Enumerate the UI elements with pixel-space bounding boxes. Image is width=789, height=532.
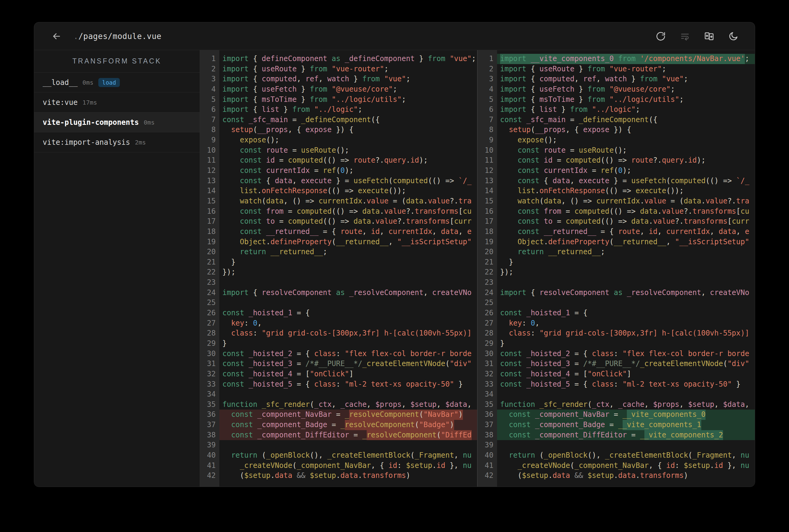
code-line-left-42: 42 ($setup.data && $setup.data.transform… <box>200 471 477 481</box>
code-text: expose(); <box>497 135 755 146</box>
inspect-window: ./pages/module.vue TRANSFORM STACK __loa… <box>34 22 755 487</box>
sidebar-item-vite-import-analysis[interactable]: vite:import-analysis2ms <box>34 132 200 152</box>
dark-mode-icon <box>728 31 738 41</box>
code-text: const _hoisted_3 = /*#__PURE__*/_createE… <box>497 359 755 369</box>
line-number: 38 <box>478 430 497 440</box>
code-text: watch(data, () => currentIdx.value = (da… <box>497 196 755 206</box>
code-text: const _hoisted_2 = { class: "flex flex-c… <box>219 349 477 359</box>
sidebar-item-vite-plugin-components[interactable]: vite-plugin-components0ms <box>34 112 200 132</box>
line-number: 13 <box>200 176 219 186</box>
sidebar-item-vite-vue[interactable]: vite:vue17ms <box>34 93 200 112</box>
code-text: watch(data, () => currentIdx.value = (da… <box>219 196 477 206</box>
code-text: return (_openBlock(), _createElementBloc… <box>219 450 477 461</box>
code-text: import { list } from "../logic"; <box>219 104 477 115</box>
line-number: 24 <box>478 288 497 298</box>
code-text: const _component_NavBar = __vite_compone… <box>497 410 755 420</box>
plugin-name: __load__ <box>43 78 78 87</box>
code-text: function _sfc_render(_ctx, _cache, $prop… <box>497 400 755 410</box>
code-line-left-16: 16 const from = computed(() => data.valu… <box>200 206 477 217</box>
code-line-right-41: 41 _createVNode(_component_NavBar, { id:… <box>478 461 755 471</box>
plugin-time: 2ms <box>135 139 146 146</box>
line-number: 23 <box>478 278 497 288</box>
code-line-right-23: 23 <box>478 278 755 288</box>
code-line-left-32: 32const _hoisted_4 = ["onClick"] <box>200 369 477 379</box>
code-line-right-17: 17 const to = computed(() => data.value?… <box>478 216 755 227</box>
split-view-icon <box>704 31 714 41</box>
plugin-name: vite-plugin-components <box>43 118 139 127</box>
code-line-right-39: 39 <box>478 440 755 450</box>
split-view-button[interactable] <box>703 31 715 42</box>
code-line-left-22: 22}); <box>200 267 477 278</box>
code-line-left-35: 35function _sfc_render(_ctx, _cache, $pr… <box>200 400 477 410</box>
code-line-left-9: 9 expose(); <box>200 135 477 146</box>
line-number: 25 <box>478 298 497 308</box>
line-number: 11 <box>478 155 497 166</box>
code-text: import { list } from "../logic"; <box>497 104 755 115</box>
code-text: import { defineComponent as _defineCompo… <box>219 54 477 64</box>
line-number: 1 <box>200 54 219 64</box>
code-line-right-6: 6import { list } from "../logic"; <box>478 104 755 115</box>
line-number: 40 <box>200 450 219 461</box>
code-text: expose(); <box>219 135 477 146</box>
line-number: 30 <box>200 349 219 359</box>
code-line-right-33: 33const _hoisted_5 = { class: "ml-2 text… <box>478 379 755 390</box>
line-number: 8 <box>200 125 219 135</box>
code-line-right-7: 7const _sfc_main = _defineComponent({ <box>478 115 755 125</box>
line-number: 15 <box>478 196 497 206</box>
main-content: TRANSFORM STACK __load__0msloadvite:vue1… <box>34 50 755 487</box>
line-number: 32 <box>478 369 497 379</box>
load-badge: load <box>98 78 120 87</box>
code-line-right-3: 3import { computed, ref, watch } from "v… <box>478 74 755 84</box>
code-text: list.onFetchResponse(() => execute()); <box>219 186 477 196</box>
code-text: } <box>497 339 755 349</box>
code-panel-after[interactable]: 1import __vite_components_0 from '/compo… <box>477 50 755 487</box>
line-number: 27 <box>478 318 497 328</box>
code-line-left-26: 26const _hoisted_1 = { <box>200 308 477 318</box>
code-text: key: 0, <box>497 318 755 328</box>
code-text <box>497 298 755 308</box>
code-line-left-38: 38 const _component_DiffEditor = _resolv… <box>200 430 477 440</box>
code-line-left-6: 6import { list } from "../logic"; <box>200 104 477 115</box>
dark-mode-button[interactable] <box>728 31 739 42</box>
line-number: 36 <box>200 410 219 420</box>
line-number: 28 <box>200 328 219 339</box>
code-line-right-25: 25 <box>478 298 755 308</box>
plugin-name: vite:import-analysis <box>43 138 130 147</box>
code-line-left-28: 28 class: "grid grid-cols-[300px,3fr] h-… <box>200 328 477 339</box>
line-number: 29 <box>478 339 497 349</box>
code-line-left-13: 13 const { data, execute } = useFetch(co… <box>200 176 477 186</box>
code-panel-before[interactable]: 1import { defineComponent as _defineComp… <box>200 50 477 487</box>
code-line-left-15: 15 watch(data, () => currentIdx.value = … <box>200 196 477 206</box>
sidebar-item-load[interactable]: __load__0msload <box>34 73 200 93</box>
line-number: 42 <box>478 471 497 481</box>
code-text: setup(__props, { expose }) { <box>219 125 477 135</box>
code-line-right-26: 26const _hoisted_1 = { <box>478 308 755 318</box>
code-line-right-4: 4import { useFetch } from "@vueuse/core"… <box>478 84 755 95</box>
title-prefix: . <box>74 32 78 41</box>
code-line-left-29: 29} <box>200 339 477 349</box>
code-line-right-20: 20 return __returned__; <box>478 247 755 257</box>
refresh-button[interactable] <box>655 31 666 42</box>
code-text: class: "grid grid-cols-[300px,3fr] h-[ca… <box>219 328 477 339</box>
line-number: 39 <box>200 440 219 450</box>
code-line-left-3: 3import { computed, ref, watch } from "v… <box>200 74 477 84</box>
code-text: import { resolveComponent as _resolveCom… <box>497 288 755 298</box>
plugin-time: 17ms <box>82 99 97 106</box>
code-text: const id = computed(() => route?.query.i… <box>219 155 477 166</box>
line-wrap-button[interactable] <box>679 31 691 42</box>
back-button[interactable] <box>51 30 62 42</box>
code-text: const _hoisted_3 = /*#__PURE__*/_createE… <box>219 359 477 369</box>
line-number: 39 <box>478 440 497 450</box>
code-text: const _hoisted_1 = { <box>219 308 477 318</box>
line-number: 36 <box>478 410 497 420</box>
plugin-name: vite:vue <box>43 98 78 107</box>
title-path: /pages/module.vue <box>78 32 162 41</box>
line-number: 7 <box>200 115 219 125</box>
code-line-right-2: 2import { useRoute } from "vue-router"; <box>478 64 755 74</box>
code-text: import { useFetch } from "@vueuse/core"; <box>497 84 755 95</box>
code-text <box>219 389 477 400</box>
line-number: 13 <box>478 176 497 186</box>
code-line-left-24: 24import { resolveComponent as _resolveC… <box>200 288 477 298</box>
code-text <box>497 389 755 400</box>
code-text: const __returned__ = { route, id, curren… <box>497 227 755 237</box>
